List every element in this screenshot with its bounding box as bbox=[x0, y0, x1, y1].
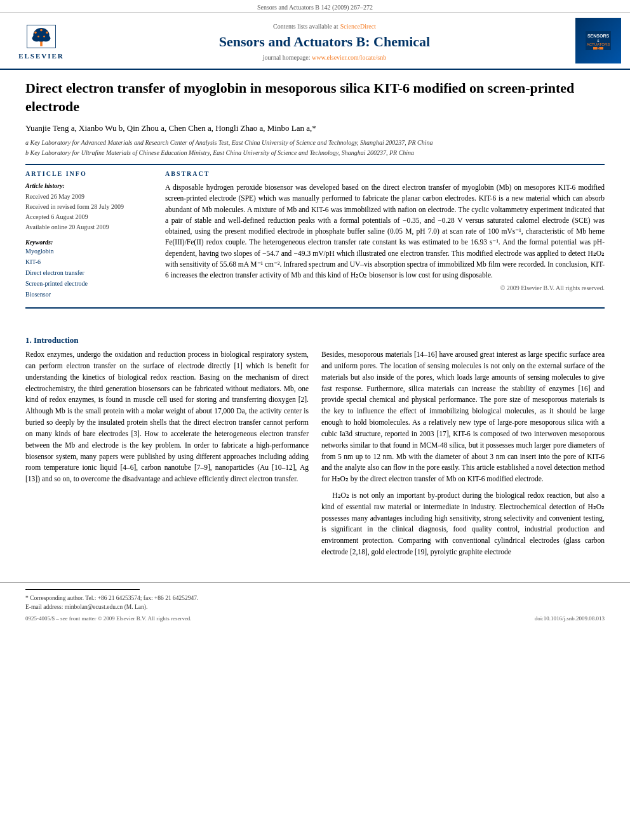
history-label: Article history: bbox=[25, 182, 152, 189]
keyword-2: KIT-6 bbox=[25, 257, 152, 267]
keyword-1: Myoglobin bbox=[25, 246, 152, 257]
intro-col-left: Redox enzymes, undergo the oxidation and… bbox=[25, 349, 309, 563]
body-content: 1. Introduction Redox enzymes, undergo t… bbox=[0, 335, 630, 576]
footer-corresponding: * Corresponding author. Tel.: +86 21 642… bbox=[25, 594, 605, 612]
svg-text:SENSORS: SENSORS bbox=[587, 34, 610, 38]
svg-point-8 bbox=[37, 36, 39, 37]
doi-line: doi:10.1016/j.snb.2009.08.013 bbox=[535, 615, 605, 622]
abstract-col: ABSTRACT A disposable hydrogen peroxide … bbox=[165, 170, 605, 300]
svg-point-6 bbox=[40, 29, 43, 31]
issn-line: 0925-4005/$ – see front matter © 2009 El… bbox=[25, 615, 192, 622]
email-note: E-mail address: minbolan@ecust.edu.cn (M… bbox=[25, 603, 605, 611]
keyword-3: Direct electron transfer bbox=[25, 267, 152, 278]
intro-para-1: Redox enzymes, undergo the oxidation and… bbox=[25, 349, 309, 485]
journal-title: Sensors and Actuators B: Chemical bbox=[219, 34, 430, 50]
footer-bottom: 0925-4005/$ – see front matter © 2009 El… bbox=[25, 615, 605, 622]
intro-col-right: Besides, mesoporous materials [14–16] ha… bbox=[321, 349, 605, 563]
elsevier-logo: ELSEVIER bbox=[18, 22, 64, 60]
intro-two-col: Redox enzymes, undergo the oxidation and… bbox=[25, 349, 605, 563]
journal-badge: SENSORS & ACTUATORS B bbox=[575, 18, 621, 63]
elsevier-label: ELSEVIER bbox=[18, 52, 64, 60]
footer-area: * Corresponding author. Tel.: +86 21 642… bbox=[0, 582, 630, 627]
homepage-url: www.elsevier.com/locate/snb bbox=[312, 54, 386, 61]
accepted-date: Accepted 6 August 2009 bbox=[25, 212, 152, 222]
abstract-text: A disposable hydrogen peroxide biosensor… bbox=[165, 182, 605, 281]
affiliations: a Key Laboratory for Advanced Materials … bbox=[25, 138, 605, 157]
article-title: Direct electron transfer of myoglobin in… bbox=[25, 79, 605, 116]
intro-para-3: H₂O₂ is not only an important by-product… bbox=[321, 490, 605, 558]
svg-point-5 bbox=[34, 31, 37, 34]
svg-point-9 bbox=[43, 36, 45, 37]
affiliation-b: b Key Laboratory for Ultrafine Materials… bbox=[25, 149, 605, 157]
svg-point-7 bbox=[46, 31, 48, 34]
footer-divider bbox=[25, 589, 140, 590]
journal-citation: Sensors and Actuators B 142 (2009) 267–2… bbox=[257, 4, 373, 11]
article-history: Received 26 May 2009 Received in revised… bbox=[25, 192, 152, 232]
svg-point-3 bbox=[32, 34, 41, 41]
svg-point-4 bbox=[41, 34, 50, 41]
contents-available: Contents lists available at ScienceDirec… bbox=[273, 21, 376, 31]
keywords-section: Keywords: Myoglobin KIT-6 Direct electro… bbox=[25, 239, 152, 300]
contents-text: Contents lists available at bbox=[273, 23, 338, 30]
elsevier-tree-icon bbox=[22, 22, 60, 51]
intro-para-2: Besides, mesoporous materials [14–16] ha… bbox=[321, 349, 605, 485]
publisher-logo-area: ELSEVIER bbox=[6, 18, 76, 63]
authors-text: Yuanjie Teng a, Xianbo Wu b, Qin Zhou a,… bbox=[25, 123, 316, 133]
corresponding-note: * Corresponding author. Tel.: +86 21 642… bbox=[25, 594, 605, 603]
copyright-line: © 2009 Elsevier B.V. All rights reserved… bbox=[165, 284, 605, 291]
homepage-label: journal homepage: bbox=[263, 54, 311, 61]
intro-section-title: 1. Introduction bbox=[25, 335, 605, 345]
journal-header: ELSEVIER Contents lists available at Sci… bbox=[0, 13, 630, 70]
badge-icon: SENSORS & ACTUATORS B bbox=[586, 31, 611, 50]
abstract-heading: ABSTRACT bbox=[165, 170, 605, 177]
revised-date: Received in revised form 28 July 2009 bbox=[25, 202, 152, 212]
journal-homepage: journal homepage: www.elsevier.com/locat… bbox=[263, 54, 386, 61]
authors-line: Yuanjie Teng a, Xianbo Wu b, Qin Zhou a,… bbox=[25, 123, 605, 133]
sciencedirect-link: ScienceDirect bbox=[340, 23, 376, 30]
keyword-5: Biosensor bbox=[25, 289, 152, 300]
keyword-4: Screen-printed electrode bbox=[25, 278, 152, 289]
journal-title-area: Contents lists available at ScienceDirec… bbox=[83, 18, 566, 63]
info-abstract-section: ARTICLE INFO Article history: Received 2… bbox=[25, 170, 605, 300]
article-info-col: ARTICLE INFO Article history: Received 2… bbox=[25, 170, 152, 300]
keywords-list: Myoglobin KIT-6 Direct electron transfer… bbox=[25, 246, 152, 300]
page-wrapper: Sensors and Actuators B 142 (2009) 267–2… bbox=[0, 0, 630, 840]
article-info-heading: ARTICLE INFO bbox=[25, 170, 152, 177]
online-date: Available online 20 August 2009 bbox=[25, 222, 152, 232]
keywords-label: Keywords: bbox=[25, 239, 152, 246]
svg-text:B: B bbox=[597, 46, 600, 50]
section-divider bbox=[25, 307, 605, 309]
affiliation-a: a Key Laboratory for Advanced Materials … bbox=[25, 138, 605, 147]
article-content: Direct electron transfer of myoglobin in… bbox=[0, 70, 630, 326]
header-divider bbox=[25, 164, 605, 165]
top-banner: Sensors and Actuators B 142 (2009) 267–2… bbox=[0, 0, 630, 13]
received-date: Received 26 May 2009 bbox=[25, 192, 152, 202]
journal-badge-area: SENSORS & ACTUATORS B bbox=[573, 18, 624, 63]
